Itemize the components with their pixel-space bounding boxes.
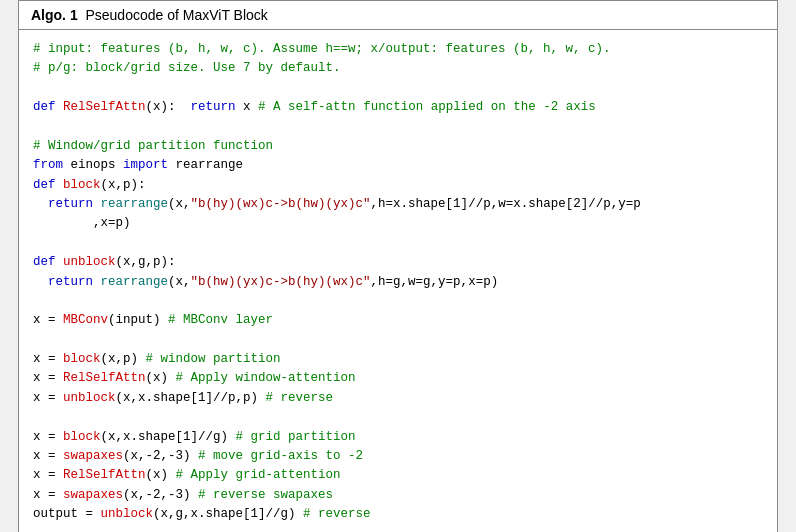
code-line-2: # p/g: block/grid size. Use 7 by default…: [33, 59, 763, 78]
code-line-8: def block(x,p):: [33, 176, 763, 195]
code-line-15: x = MBConv(input) # MBConv layer: [33, 311, 763, 330]
code-line-5: [33, 118, 763, 137]
algo-body: # input: features (b, h, w, c). Assume h…: [19, 30, 777, 532]
code-line-16: [33, 331, 763, 350]
algo-title: Algo. 1 Pseudocode of MaxViT Block: [19, 1, 777, 30]
code-line-24: x = swapaxes(x,-2,-3) # reverse swapaxes: [33, 486, 763, 505]
code-line-10: ,x=p): [33, 214, 763, 233]
code-line-13: return rearrange(x,"b(hw)(yx)c->b(hy)(wx…: [33, 273, 763, 292]
code-line-4: def RelSelfAttn(x): return x # A self-at…: [33, 98, 763, 117]
code-line-7: from einops import rearrange: [33, 156, 763, 175]
algorithm-box: Algo. 1 Pseudocode of MaxViT Block # inp…: [18, 0, 778, 532]
code-line-14: [33, 292, 763, 311]
code-line-20: [33, 408, 763, 427]
code-line-3: [33, 79, 763, 98]
code-line-6: # Window/grid partition function: [33, 137, 763, 156]
code-line-9: return rearrange(x,"b(hy)(wx)c->b(hw)(yx…: [33, 195, 763, 214]
code-line-11: [33, 234, 763, 253]
code-line-1: # input: features (b, h, w, c). Assume h…: [33, 40, 763, 59]
algo-title-text: Pseudocode of MaxViT Block: [85, 7, 267, 23]
code-line-17: x = block(x,p) # window partition: [33, 350, 763, 369]
code-line-12: def unblock(x,g,p):: [33, 253, 763, 272]
code-line-22: x = swapaxes(x,-2,-3) # move grid-axis t…: [33, 447, 763, 466]
code-line-19: x = unblock(x,x.shape[1]//p,p) # reverse: [33, 389, 763, 408]
code-line-23: x = RelSelfAttn(x) # Apply grid-attentio…: [33, 466, 763, 485]
code-line-25: output = unblock(x,g,x.shape[1]//g) # re…: [33, 505, 763, 524]
code-line-21: x = block(x,x.shape[1]//g) # grid partit…: [33, 428, 763, 447]
code-line-18: x = RelSelfAttn(x) # Apply window-attent…: [33, 369, 763, 388]
algo-title-bold: Algo. 1: [31, 7, 78, 23]
